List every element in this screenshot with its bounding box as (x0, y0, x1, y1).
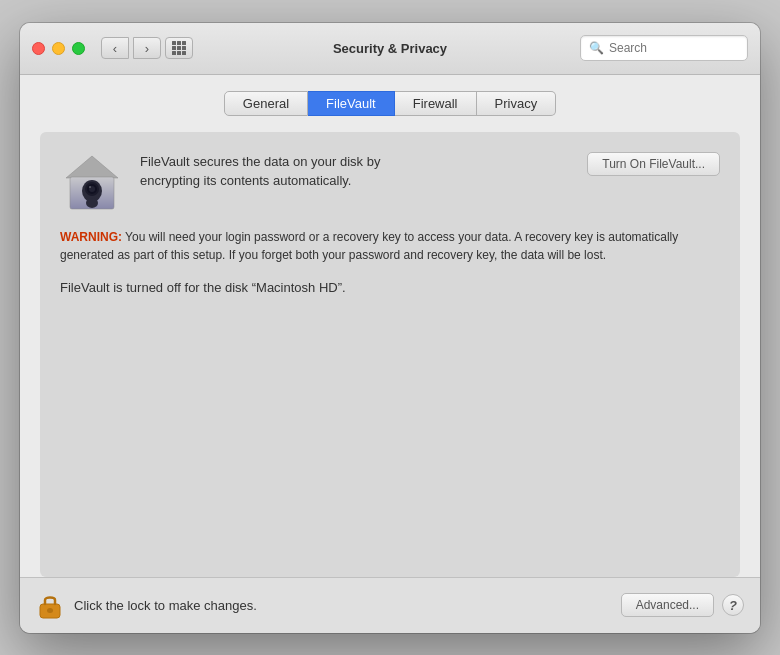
turn-on-filevault-button[interactable]: Turn On FileVault... (587, 152, 720, 176)
main-window: ‹ › Security & Privacy 🔍 General FileVau… (20, 23, 760, 633)
advanced-button[interactable]: Advanced... (621, 593, 714, 617)
tab-firewall[interactable]: Firewall (395, 91, 477, 116)
svg-marker-0 (66, 156, 118, 178)
bottom-buttons: Advanced... ? (621, 593, 744, 617)
content-area: General FileVault Firewall Privacy (20, 75, 760, 577)
filevault-panel: FileVault secures the data on your disk … (40, 132, 740, 577)
minimize-button[interactable] (52, 42, 65, 55)
panel-description: FileVault secures the data on your disk … (140, 152, 587, 193)
tab-privacy[interactable]: Privacy (477, 91, 557, 116)
traffic-lights (32, 42, 85, 55)
window-title: Security & Privacy (333, 41, 447, 56)
svg-rect-9 (47, 608, 53, 613)
search-icon: 🔍 (589, 41, 604, 55)
maximize-button[interactable] (72, 42, 85, 55)
grid-icon (172, 41, 186, 55)
svg-rect-7 (86, 198, 98, 208)
grid-view-button[interactable] (165, 37, 193, 59)
warning-label: WARNING: (60, 230, 122, 244)
svg-point-6 (89, 186, 91, 188)
bottom-bar: Click the lock to make changes. Advanced… (20, 577, 760, 633)
panel-header-row: FileVault secures the data on your disk … (60, 152, 720, 216)
tab-general[interactable]: General (224, 91, 308, 116)
lock-label: Click the lock to make changes. (74, 598, 621, 613)
search-input[interactable] (609, 41, 739, 55)
forward-button[interactable]: › (133, 37, 161, 59)
help-button[interactable]: ? (722, 594, 744, 616)
filevault-icon-svg (64, 154, 120, 214)
search-box[interactable]: 🔍 (580, 35, 748, 61)
warning-paragraph: WARNING: You will need your login passwo… (60, 228, 720, 264)
tab-filevault[interactable]: FileVault (308, 91, 395, 116)
titlebar: ‹ › Security & Privacy 🔍 (20, 23, 760, 75)
back-button[interactable]: ‹ (101, 37, 129, 59)
nav-buttons: ‹ › (101, 37, 161, 59)
filevault-status: FileVault is turned off for the disk “Ma… (60, 280, 720, 295)
lock-icon[interactable] (36, 591, 64, 619)
filevault-icon (60, 152, 124, 216)
close-button[interactable] (32, 42, 45, 55)
tab-bar: General FileVault Firewall Privacy (40, 91, 740, 116)
description-text: FileVault secures the data on your disk … (140, 152, 587, 191)
